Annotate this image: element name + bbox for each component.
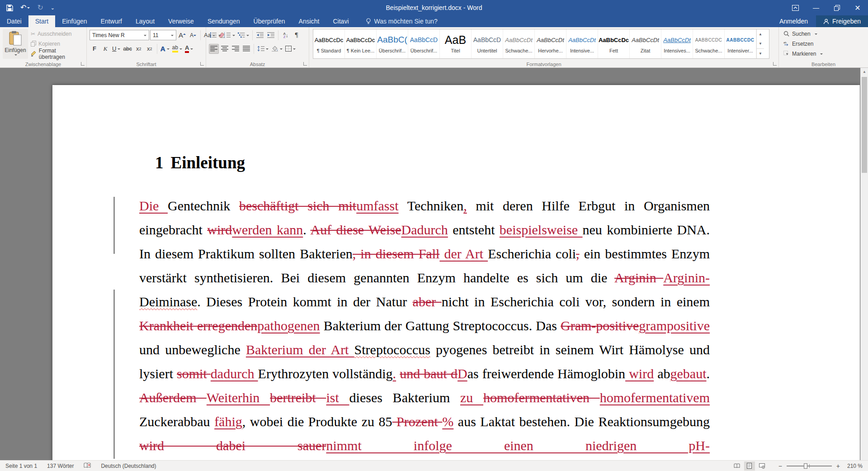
style-item[interactable]: AaBbCcDtIntensive... bbox=[566, 29, 598, 58]
shrink-font-button[interactable]: A bbox=[188, 30, 198, 40]
style-item[interactable]: AaBbC(Überschrif... bbox=[377, 29, 408, 58]
minimize-button[interactable]: — bbox=[806, 0, 826, 15]
restore-button[interactable] bbox=[826, 0, 847, 15]
style-item[interactable]: AaBbCcDÜberschrif... bbox=[408, 29, 440, 58]
word-count[interactable]: 137 Wörter bbox=[47, 463, 74, 469]
style-label: Zitat bbox=[630, 48, 661, 53]
zwischenablage-dialog-launcher[interactable] bbox=[81, 62, 85, 66]
tell-me-box[interactable]: Was möchten Sie tun? bbox=[366, 15, 438, 27]
tab-start[interactable]: Start bbox=[28, 15, 56, 27]
style-item[interactable]: AaBbCcDtZitat bbox=[630, 29, 661, 58]
style-item[interactable]: AaBTitel bbox=[440, 29, 472, 58]
redo-button[interactable]: ↻ bbox=[37, 4, 43, 11]
tab-sendungen[interactable]: Sendungen bbox=[201, 15, 247, 27]
line-spacing-button[interactable] bbox=[256, 44, 269, 54]
close-button[interactable]: ✕ bbox=[847, 0, 868, 15]
inserted-text-run: Bakterium der Art bbox=[246, 342, 354, 357]
styles-more-button[interactable]: ▼ bbox=[757, 48, 764, 58]
style-item[interactable]: AaBbCcDtSchwache... bbox=[503, 29, 535, 58]
zoom-slider-thumb[interactable] bbox=[804, 463, 807, 469]
customize-quick-access-button[interactable]: ⌄ bbox=[51, 5, 55, 10]
subscript-button[interactable]: x2 bbox=[134, 44, 144, 54]
scrollbar-thumb[interactable] bbox=[862, 77, 867, 173]
find-button[interactable]: Suchen bbox=[783, 29, 823, 38]
tab-verweise[interactable]: Verweise bbox=[161, 15, 201, 27]
zoom-slider[interactable] bbox=[787, 463, 832, 469]
bullets-button[interactable] bbox=[209, 30, 222, 40]
style-item[interactable]: AABBCCDCSchwache... bbox=[693, 29, 725, 58]
style-item[interactable]: AaBbCcDUntertitel bbox=[472, 29, 503, 58]
replace-button[interactable]: ab Ersetzen bbox=[783, 39, 823, 48]
style-item[interactable]: AaBbCcDtHervorhe... bbox=[535, 29, 566, 58]
zoom-percentage[interactable]: 210 % bbox=[844, 463, 863, 469]
document-paragraph[interactable]: Die Gentechnik beschäftigt sich mitumfas… bbox=[139, 194, 710, 457]
zoom-out-button[interactable]: − bbox=[778, 462, 782, 470]
style-item[interactable]: AaBbCcDtIntensives... bbox=[661, 29, 693, 58]
vertical-scrollbar[interactable]: ▲ bbox=[860, 68, 868, 460]
web-layout-button[interactable] bbox=[757, 461, 768, 471]
scroll-up-arrow-icon[interactable]: ▲ bbox=[861, 68, 868, 76]
undo-button[interactable]: ↶ bbox=[20, 4, 30, 11]
tab-datei[interactable]: Datei bbox=[0, 15, 28, 27]
font-size-combo[interactable]: 11 bbox=[150, 30, 176, 40]
language-indicator[interactable]: Deutsch (Deutschland) bbox=[101, 463, 156, 469]
highlight-button[interactable]: ab bbox=[171, 44, 183, 54]
tab-citavi[interactable]: Citavi bbox=[326, 15, 355, 27]
multilevel-list-button[interactable] bbox=[237, 30, 250, 40]
paste-button[interactable]: Einfügen bbox=[3, 29, 28, 59]
page-indicator[interactable]: Seite 1 von 1 bbox=[5, 463, 37, 469]
justify-button[interactable] bbox=[241, 44, 251, 54]
tab-ansicht[interactable]: Ansicht bbox=[292, 15, 326, 27]
underline-button[interactable]: U bbox=[111, 44, 121, 54]
styles-scroll-down-button[interactable]: ▼ bbox=[757, 39, 764, 48]
align-right-button[interactable] bbox=[231, 44, 241, 54]
cut-button[interactable]: ✂ Ausschneiden bbox=[31, 29, 84, 38]
sort-button[interactable]: AZ ↓ bbox=[281, 30, 291, 40]
bold-button[interactable]: F bbox=[90, 44, 99, 54]
zoom-in-button[interactable]: + bbox=[836, 462, 840, 470]
numbering-button[interactable]: 123 bbox=[223, 30, 236, 40]
strikethrough-button[interactable]: abc bbox=[122, 44, 132, 54]
proofing-status-button[interactable] bbox=[84, 462, 91, 470]
style-label: Intensives... bbox=[661, 48, 693, 53]
styles-scroll-up-button[interactable]: ▲ bbox=[757, 29, 764, 39]
grow-font-button[interactable]: A bbox=[177, 30, 187, 40]
borders-button[interactable] bbox=[284, 44, 297, 54]
superscript-button[interactable]: x2 bbox=[145, 44, 155, 54]
style-item[interactable]: AaBbCcDc¶ Standard bbox=[313, 29, 345, 58]
print-layout-button[interactable] bbox=[744, 461, 755, 471]
schriftart-dialog-launcher[interactable] bbox=[200, 62, 204, 66]
font-color-button[interactable]: A bbox=[184, 44, 194, 54]
group-formatvorlagen: AaBbCcDc¶ StandardAaBbCcDc¶ Kein Lee...A… bbox=[309, 27, 779, 67]
save-button[interactable] bbox=[6, 5, 13, 11]
formatvorlagen-dialog-launcher[interactable] bbox=[773, 62, 777, 66]
style-item[interactable]: AaBbCcDc¶ Kein Lee... bbox=[345, 29, 377, 58]
anmelden-button[interactable]: Anmelden bbox=[771, 15, 816, 27]
italic-button[interactable]: K bbox=[100, 44, 110, 54]
format-painter-button[interactable]: Format übertragen bbox=[31, 49, 84, 58]
align-center-button[interactable] bbox=[220, 44, 230, 54]
select-button[interactable]: Markieren bbox=[783, 49, 823, 58]
show-paragraph-marks-button[interactable]: ¶ bbox=[292, 30, 302, 40]
tab-ueberpruefen[interactable]: Überprüfen bbox=[247, 15, 292, 27]
tab-layout[interactable]: Layout bbox=[129, 15, 161, 27]
align-left-button[interactable] bbox=[209, 44, 219, 54]
freigeben-button[interactable]: Freigeben bbox=[816, 15, 868, 27]
shading-icon bbox=[271, 46, 278, 52]
shading-button[interactable] bbox=[270, 44, 283, 54]
shrink-caret-icon bbox=[193, 35, 196, 38]
increase-indent-button[interactable] bbox=[266, 30, 276, 40]
decrease-indent-button[interactable] bbox=[255, 30, 265, 40]
word-window: ↶ ↻ ⌄ Beispieltext_korrigiert.docx - Wor… bbox=[0, 0, 868, 471]
tab-entwurf[interactable]: Entwurf bbox=[94, 15, 129, 27]
tab-einfuegen[interactable]: Einfügen bbox=[55, 15, 94, 27]
absatz-dialog-launcher[interactable] bbox=[303, 62, 307, 66]
document-page[interactable]: 1Einleitung Die Gentechnik beschäftigt s… bbox=[52, 85, 860, 460]
read-mode-button[interactable] bbox=[731, 461, 742, 471]
heading-einleitung: 1Einleitung bbox=[155, 153, 860, 173]
font-name-combo[interactable]: Times New R bbox=[90, 30, 149, 40]
ribbon-display-options-button[interactable] bbox=[785, 0, 806, 15]
text-effects-button[interactable]: A bbox=[160, 44, 170, 54]
style-item[interactable]: AABBCCDCIntensiver... bbox=[725, 29, 756, 58]
style-item[interactable]: AaBbCcDcFett bbox=[598, 29, 630, 58]
